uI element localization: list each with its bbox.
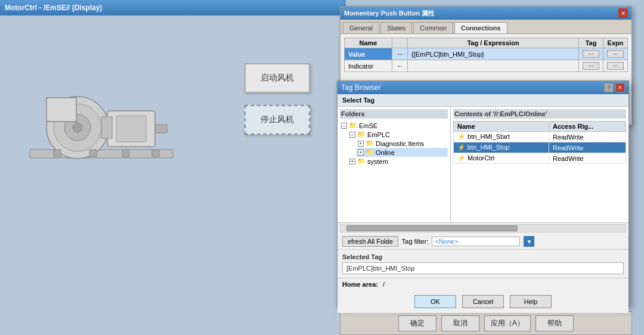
table-row[interactable]: ⚡ btn_HMI_Start ReadWrite (454, 132, 626, 142)
confirm-button[interactable]: 确定 (398, 315, 436, 331)
cancel-button[interactable]: Cancel (462, 295, 504, 308)
tag-dots-button[interactable]: ··· (583, 50, 599, 58)
expand-icon[interactable]: + (349, 159, 355, 165)
expand-icon[interactable]: + (358, 150, 364, 156)
tag-filter-row: efresh All Folde Tag filter: ▼ (338, 234, 628, 250)
table-row[interactable]: ⚡ btn_HMI_Stop ReadWrite (454, 142, 626, 153)
tag-filter-input[interactable] (432, 237, 520, 246)
apply-button[interactable]: 应用（A） (484, 315, 531, 331)
row-arrow: ← (392, 60, 408, 72)
refresh-button[interactable]: efresh All Folde (342, 236, 398, 247)
help-bottom-button[interactable]: 帮助 (535, 315, 574, 331)
tag-access-cell: ReadWrite (549, 142, 626, 153)
tag-dialog-buttons: OK Cancel Help (338, 290, 628, 313)
selected-tag-area: Selected Tag [EmPLC]btn_HMI_Stop (338, 250, 628, 278)
tag-icon: ⚡ (457, 133, 466, 140)
expn-dots-button2[interactable]: ··· (607, 62, 624, 70)
col-name-header: Name (454, 122, 549, 132)
tab-connections[interactable]: Connections (454, 22, 507, 33)
tag-browser-body: Folders − 📁 EmSE − 📁 EmPLC + 📁 Diagnosti… (338, 107, 628, 223)
expand-icon[interactable]: + (358, 141, 364, 147)
tag-dots-button2[interactable]: ··· (583, 62, 599, 70)
tag-access-cell: ReadWrite (549, 132, 626, 142)
tree-label: system (367, 158, 388, 165)
tab-common[interactable]: Common (413, 22, 453, 33)
main-title: MotorCtrl - /EmSE// (Display) (5, 4, 102, 12)
svg-rect-9 (47, 98, 76, 122)
tree-item-emplc[interactable]: − 📁 EmPLC (348, 130, 448, 139)
tree-label: EmPLC (367, 131, 390, 138)
row-tag-btn[interactable]: ··· (579, 60, 603, 72)
col-name: Name (345, 38, 392, 48)
col-expn-btn: Expn (603, 38, 628, 48)
folder-icon: 📁 (366, 148, 374, 156)
tree-item-diagnostic[interactable]: + 📁 Diagnostic Items (357, 139, 448, 148)
contents-table: Name Access Rig... ⚡ btn_HMI_Start ReadW… (453, 121, 626, 164)
selected-tag-value: [EmPLC]btn_HMI_Stop (342, 262, 624, 274)
folders-panel: Folders − 📁 EmSE − 📁 EmPLC + 📁 Diagnosti… (338, 107, 451, 222)
ok-button[interactable]: OK (414, 295, 456, 308)
scrollbar[interactable] (340, 224, 626, 232)
main-titlebar: MotorCtrl - /EmSE// (Display) (0, 0, 346, 15)
svg-rect-2 (116, 116, 146, 142)
tag-name-cell: ⚡ btn_HMI_Stop (454, 142, 549, 153)
tag-close-button[interactable]: ✕ (615, 83, 625, 92)
row-expression[interactable]: {[EmPLC]btn_HMI_Stop} (408, 48, 579, 60)
tag-access-cell: ReadWrite (549, 153, 626, 164)
col-tag: Tag / Expression (408, 38, 579, 48)
home-area-label: Home area: (342, 281, 378, 288)
svg-rect-13 (152, 150, 159, 157)
home-area-value: / (383, 281, 385, 288)
svg-rect-3 (155, 125, 167, 133)
folder-icon: 📁 (366, 139, 374, 147)
svg-rect-0 (30, 150, 173, 158)
folder-icon: 📁 (357, 131, 366, 138)
tag-browser-dialog: Tag Browser ? ✕ Select Tag Folders − 📁 E… (337, 80, 629, 307)
svg-rect-11 (89, 150, 97, 157)
folder-icon: 📁 (349, 122, 357, 129)
col-arrow (392, 38, 408, 48)
tag-help-button[interactable]: ? (604, 83, 614, 92)
help-button[interactable]: Help (510, 295, 552, 308)
table-row[interactable]: ⚡ MotorCtrl ReadWrite (454, 153, 626, 164)
row-expn-btn[interactable]: ··· (603, 60, 628, 72)
folder-icon: 📁 (357, 157, 366, 165)
tag-name-cell: ⚡ MotorCtrl (454, 153, 549, 164)
start-button[interactable]: 启动风机 (244, 63, 310, 93)
tag-icon: ⚡ (457, 144, 466, 151)
tree-item-emse[interactable]: − 📁 EmSE (340, 121, 448, 130)
tree-item-online[interactable]: + 📁 Online (357, 148, 448, 157)
main-content: 启动风机 停止风机 (0, 15, 346, 335)
svg-point-7 (73, 123, 82, 132)
scrollbar-thumb[interactable] (346, 225, 518, 231)
tree-label: Diagnostic Items (376, 140, 424, 147)
row-name: Value (345, 48, 392, 60)
tag-titlebar-icons: ? ✕ (604, 83, 625, 92)
cancel-bottom-button[interactable]: 取消 (441, 315, 479, 331)
stop-button[interactable]: 停止风机 (244, 105, 310, 135)
contents-panel: Contents of '//:EmPLC/Online' Name Acces… (451, 107, 628, 222)
tree-item-system[interactable]: + 📁 system (348, 157, 448, 166)
expn-dots-button[interactable]: ··· (607, 50, 624, 58)
home-area-row: Home area: / (338, 278, 628, 290)
row-arrow: ↔ (392, 48, 408, 60)
col-tag-btn: Tag (579, 38, 603, 48)
expand-icon[interactable]: − (341, 123, 347, 129)
props-titlebar: Momentary Push Button 属性 ✕ (340, 7, 631, 20)
selected-tag-label: Selected Tag (342, 253, 624, 260)
connections-table: Name Tag / Expression Tag Expn Value ↔ {… (344, 38, 628, 72)
expand-icon[interactable]: − (349, 132, 355, 138)
tab-general[interactable]: General (343, 22, 379, 33)
row-expn-btn[interactable]: ··· (603, 48, 628, 60)
props-close-button[interactable]: ✕ (618, 8, 628, 18)
tab-states[interactable]: States (380, 22, 412, 33)
tag-icon: ⚡ (457, 154, 466, 162)
col-access-header: Access Rig... (549, 122, 626, 132)
props-tabs: General States Common Connections (340, 20, 631, 34)
row-expression[interactable] (408, 60, 579, 72)
contents-header: Contents of '//:EmPLC/Online' (453, 109, 626, 119)
table-row: Indicator ← ··· ··· (345, 60, 628, 72)
filter-dropdown-button[interactable]: ▼ (524, 236, 534, 247)
row-tag-btn[interactable]: ··· (579, 48, 603, 60)
motor-diagram (24, 51, 185, 170)
